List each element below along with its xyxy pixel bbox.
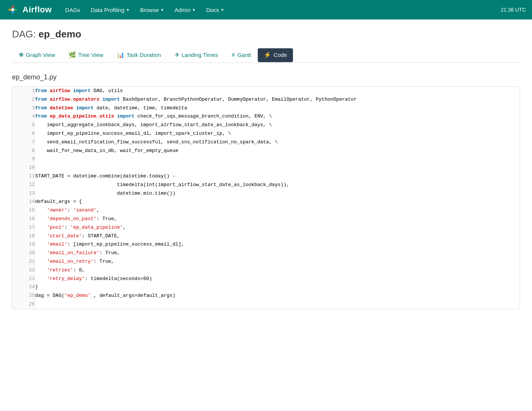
tab-code-label: Code xyxy=(273,52,287,58)
tab-task-duration-label: Task Duration xyxy=(127,52,161,58)
line-content: 'pool': 'ep_data_pipeline', xyxy=(35,223,520,232)
code-line-16: 16 'depends_on_past': True, xyxy=(12,215,520,223)
docs-dropdown-icon: ▼ xyxy=(221,8,224,12)
line-content: from airflow.operators import BashOperat… xyxy=(35,95,520,104)
line-number: 16 xyxy=(12,215,35,223)
line-content: 'start_date': START_DATE, xyxy=(35,232,520,241)
code-line-14: 14 default_args = { xyxy=(12,198,520,206)
line-number: 25 xyxy=(12,292,35,300)
nav-docs[interactable]: Docs ▼ xyxy=(202,4,229,16)
tab-code[interactable]: ⚡ Code xyxy=(258,48,293,62)
svg-marker-0 xyxy=(11,4,14,8)
line-content xyxy=(35,155,520,164)
svg-point-4 xyxy=(11,8,14,11)
line-number: 10 xyxy=(12,164,35,172)
line-number: 1 xyxy=(12,87,35,95)
nav-data-profiling[interactable]: Data Profiling ▼ xyxy=(86,4,134,16)
code-line-20: 20 'email_on_failure': True, xyxy=(12,249,520,258)
code-line-21: 21 'email_on_retry': True, xyxy=(12,258,520,266)
line-number: 7 xyxy=(12,138,35,147)
code-line-7: 7 send_email_notification_flow_successfu… xyxy=(12,138,520,147)
tab-graph-view[interactable]: ❋ Graph View xyxy=(12,48,62,63)
dag-prefix: DAG: xyxy=(12,28,36,40)
line-content: dag = DAG('ep_demo' , default_args=defau… xyxy=(35,292,520,300)
code-line-11: 11 START_DATE = datetime.combine(datetim… xyxy=(12,172,520,181)
line-number: 17 xyxy=(12,223,35,232)
svg-marker-2 xyxy=(11,11,14,15)
landing-times-icon: ✈ xyxy=(175,51,179,58)
nav-dags[interactable]: DAGs xyxy=(61,4,85,16)
line-content: 'email': [import_ep_pipeline_success_ema… xyxy=(35,240,520,249)
airflow-logo-icon xyxy=(6,3,19,16)
code-filename: ep_demo_1.py xyxy=(12,73,520,81)
tab-gantt[interactable]: ≡ Gantt xyxy=(225,48,258,63)
task-duration-icon: 📊 xyxy=(117,51,124,58)
tab-landing-times[interactable]: ✈ Landing Times xyxy=(168,48,225,63)
line-content: } xyxy=(35,283,520,292)
dag-name: ep_demo xyxy=(39,28,81,40)
line-number: 13 xyxy=(12,189,35,198)
line-number: 19 xyxy=(12,240,35,249)
line-number: 23 xyxy=(12,275,35,283)
tab-tree-view[interactable]: 🌿 Tree View xyxy=(62,48,110,63)
svg-marker-3 xyxy=(7,8,11,11)
code-line-8: 8 wait_for_new_data_in_db, wait_for_empt… xyxy=(12,147,520,155)
line-content: 'retry_delay': timedelta(seconds=60) xyxy=(35,275,520,283)
line-content: import_aggregate_lookback_days, import_a… xyxy=(35,121,520,130)
main-content: DAG: ep_demo ❋ Graph View 🌿 Tree View 📊 … xyxy=(0,19,532,411)
line-number: 14 xyxy=(12,198,35,206)
line-number: 22 xyxy=(12,266,35,275)
gantt-icon: ≡ xyxy=(232,52,235,58)
code-line-10: 10 xyxy=(12,164,520,172)
line-number: 26 xyxy=(12,300,35,309)
line-content: from ep_data_pipeline_utils import check… xyxy=(35,112,520,121)
line-number: 24 xyxy=(12,283,35,292)
code-line-17: 17 'pool': 'ep_data_pipeline', xyxy=(12,223,520,232)
code-container[interactable]: 1 from airflow import DAG, utils 2 from … xyxy=(12,86,520,309)
code-line-13: 13 datetime.min.time()) xyxy=(12,189,520,198)
code-line-24: 24 } xyxy=(12,283,520,292)
line-content: wait_for_new_data_in_db, wait_for_empty_… xyxy=(35,147,520,155)
line-content: 'email_on_retry': True, xyxy=(35,258,520,266)
browse-dropdown-icon: ▼ xyxy=(160,8,164,12)
tab-task-duration[interactable]: 📊 Task Duration xyxy=(110,48,168,63)
line-number: 5 xyxy=(12,121,35,130)
graph-view-icon: ❋ xyxy=(19,51,24,58)
line-content: from airflow import DAG, utils xyxy=(35,87,520,95)
code-line-22: 22 'retries': 0, xyxy=(12,266,520,275)
line-number: 8 xyxy=(12,147,35,155)
code-line-23: 23 'retry_delay': timedelta(seconds=60) xyxy=(12,275,520,283)
code-line-19: 19 'email': [import_ep_pipeline_success_… xyxy=(12,240,520,249)
navbar: Airflow DAGs Data Profiling ▼ Browse ▼ A… xyxy=(0,0,532,19)
line-number: 12 xyxy=(12,181,35,189)
line-content xyxy=(35,300,520,309)
tab-gantt-label: Gantt xyxy=(237,52,251,58)
code-line-2: 2 from airflow.operators import BashOper… xyxy=(12,95,520,104)
code-icon: ⚡ xyxy=(264,51,271,58)
line-content: START_DATE = datetime.combine(datetime.t… xyxy=(35,172,520,181)
line-content xyxy=(35,164,520,172)
code-line-9: 9 xyxy=(12,155,520,164)
line-number: 3 xyxy=(12,104,35,113)
code-line-15: 15 'owner': 'sanand', xyxy=(12,206,520,215)
data-profiling-dropdown-icon: ▼ xyxy=(126,8,130,12)
navbar-brand[interactable]: Airflow xyxy=(6,3,52,16)
code-line-26: 26 xyxy=(12,300,520,309)
tab-graph-view-label: Graph View xyxy=(26,52,55,58)
code-line-12: 12 timedelta(int(import_airflow_start_da… xyxy=(12,181,520,189)
line-number: 20 xyxy=(12,249,35,258)
line-content: 'retries': 0, xyxy=(35,266,520,275)
line-number: 21 xyxy=(12,258,35,266)
navbar-brand-text: Airflow xyxy=(22,5,52,15)
line-content: default_args = { xyxy=(35,198,520,206)
code-line-1: 1 from airflow import DAG, utils xyxy=(12,87,520,95)
line-content: from datetime import date, datetime, tim… xyxy=(35,104,520,113)
line-number: 18 xyxy=(12,232,35,241)
line-number: 4 xyxy=(12,112,35,121)
line-content: datetime.min.time()) xyxy=(35,189,520,198)
code-line-25: 25 dag = DAG('ep_demo' , default_args=de… xyxy=(12,292,520,300)
nav-admin[interactable]: Admin ▼ xyxy=(170,4,200,16)
line-content: timedelta(int(import_airflow_start_date_… xyxy=(35,181,520,189)
code-line-3: 3 from datetime import date, datetime, t… xyxy=(12,104,520,113)
nav-browse[interactable]: Browse ▼ xyxy=(136,4,169,16)
